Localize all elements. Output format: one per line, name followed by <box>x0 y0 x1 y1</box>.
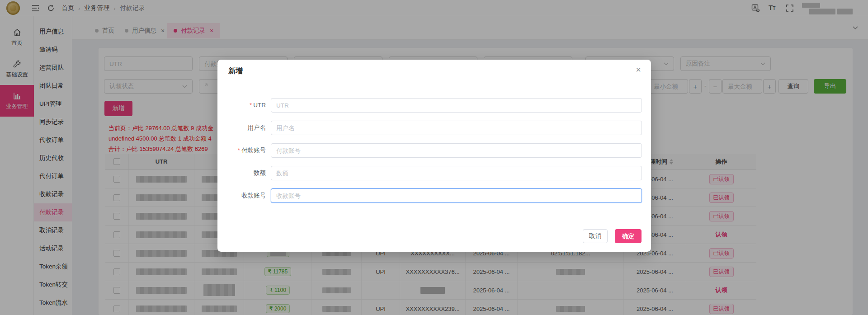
utr-field[interactable] <box>271 98 642 113</box>
payee-account-field[interactable] <box>271 188 642 203</box>
payer-account-field[interactable] <box>271 143 642 158</box>
required-mark: * <box>250 102 252 108</box>
cancel-button[interactable]: 取消 <box>583 229 608 243</box>
close-icon[interactable]: × <box>636 65 641 74</box>
username-field[interactable] <box>271 121 642 135</box>
app-root: 首页 › 业务管理 › 付款记录 TT 首页 基础设置 <box>0 0 868 315</box>
confirm-button[interactable]: 确定 <box>615 229 642 243</box>
add-record-modal: 新增 × *UTR 用户名 *付款账号 数额 收款账号 取消 确定 <box>217 60 651 252</box>
required-mark: * <box>238 147 240 154</box>
modal-title: 新增 <box>228 66 243 76</box>
amount-field[interactable] <box>271 166 642 180</box>
